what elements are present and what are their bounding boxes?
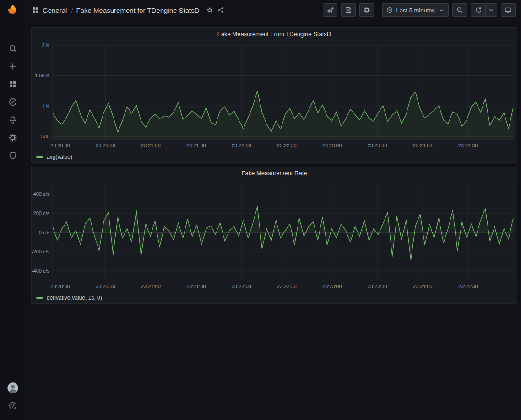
svg-text:-400 c/s: -400 c/s bbox=[32, 268, 49, 274]
svg-text:1.50 K: 1.50 K bbox=[35, 73, 49, 78]
legend-swatch bbox=[36, 297, 43, 299]
shield-icon bbox=[8, 151, 17, 160]
sidebar-item-explore[interactable] bbox=[0, 93, 25, 111]
kiosk-mode-button[interactable] bbox=[501, 3, 516, 17]
grafana-logo[interactable] bbox=[0, 0, 25, 20]
svg-text:23:22:30: 23:22:30 bbox=[277, 143, 297, 148]
legend-swatch bbox=[36, 156, 43, 158]
dashboards-folder-button[interactable] bbox=[30, 4, 42, 16]
plus-icon bbox=[8, 62, 17, 71]
sidebar-bottom bbox=[0, 379, 25, 420]
time-range-label: Last 5 minutes bbox=[396, 7, 435, 14]
dashboard-navbar: General / Fake Measurement for TDengine … bbox=[25, 0, 521, 20]
time-series-chart[interactable]: 23:20:0023:20:3023:21:0023:21:3023:22:00… bbox=[32, 180, 517, 292]
svg-text:1 K: 1 K bbox=[42, 103, 49, 109]
svg-text:23:23:00: 23:23:00 bbox=[322, 143, 342, 148]
add-panel-icon bbox=[326, 6, 334, 14]
refresh-button[interactable] bbox=[471, 3, 485, 17]
legend-label[interactable]: avg(value) bbox=[47, 154, 72, 160]
navbar-actions: Last 5 minutes bbox=[323, 3, 516, 17]
panel-fake-measurement-rate: Fake Measurement Rate 23:20:0023:20:3023… bbox=[31, 167, 517, 304]
panel-fake-measurement: Fake Measurement From TDengine StatsD 23… bbox=[31, 27, 517, 163]
question-circle-icon bbox=[8, 401, 17, 410]
sidebar-item-profile[interactable] bbox=[0, 379, 25, 397]
monitor-icon bbox=[505, 6, 512, 14]
star-icon bbox=[206, 6, 213, 14]
legend: avg(value) bbox=[32, 151, 517, 162]
chart-svg: 23:20:0023:20:3023:21:0023:21:3023:22:00… bbox=[32, 180, 517, 292]
time-series-chart[interactable]: 23:20:0023:20:3023:21:0023:21:3023:22:00… bbox=[32, 41, 517, 151]
svg-text:400 c/s: 400 c/s bbox=[33, 191, 50, 197]
grafana-app: General / Fake Measurement for TDengine … bbox=[0, 0, 521, 420]
sidebar-item-search[interactable] bbox=[0, 39, 25, 57]
sidebar-item-configuration[interactable] bbox=[0, 129, 25, 146]
svg-text:23:20:00: 23:20:00 bbox=[50, 284, 70, 289]
dashboards-grid-icon bbox=[32, 6, 40, 14]
page-title: Fake Measurement for TDengine StatsD bbox=[76, 6, 200, 14]
panel-title[interactable]: Fake Measurement Rate bbox=[32, 167, 517, 180]
sidebar-item-server-admin[interactable] bbox=[0, 146, 25, 164]
dashboard-settings-button[interactable] bbox=[359, 3, 374, 17]
dashboard-content: Fake Measurement From TDengine StatsD 23… bbox=[25, 20, 521, 420]
svg-text:2 K: 2 K bbox=[42, 43, 49, 48]
svg-text:500: 500 bbox=[41, 134, 49, 139]
sidebar-item-help[interactable] bbox=[0, 397, 25, 415]
svg-text:23:22:30: 23:22:30 bbox=[277, 284, 297, 289]
search-icon bbox=[8, 44, 17, 53]
svg-text:200 c/s: 200 c/s bbox=[33, 210, 50, 216]
gear-icon bbox=[363, 6, 370, 14]
chart-svg: 23:20:0023:20:3023:21:0023:21:3023:22:00… bbox=[32, 41, 517, 151]
svg-text:23:24:30: 23:24:30 bbox=[458, 284, 478, 289]
legend: derivative(value, 1s, 0) bbox=[32, 292, 517, 303]
refresh-button-group bbox=[471, 3, 497, 17]
svg-text:23:20:30: 23:20:30 bbox=[96, 284, 115, 289]
refresh-icon bbox=[475, 6, 482, 14]
svg-text:23:24:30: 23:24:30 bbox=[458, 143, 478, 148]
sidebar-item-create[interactable] bbox=[0, 57, 25, 75]
svg-text:23:23:00: 23:23:00 bbox=[322, 284, 342, 289]
user-avatar-icon bbox=[6, 382, 19, 394]
chevron-down-icon bbox=[488, 6, 495, 14]
clock-icon bbox=[386, 6, 393, 14]
legend-label[interactable]: derivative(value, 1s, 0) bbox=[47, 295, 102, 301]
svg-text:23:24:00: 23:24:00 bbox=[413, 284, 433, 289]
bell-icon bbox=[8, 115, 17, 124]
save-icon bbox=[345, 6, 352, 14]
zoom-out-icon bbox=[456, 6, 463, 14]
svg-text:23:22:00: 23:22:00 bbox=[232, 284, 251, 289]
add-panel-button[interactable] bbox=[323, 3, 337, 17]
svg-text:23:21:00: 23:21:00 bbox=[141, 143, 161, 148]
sidebar bbox=[0, 0, 25, 420]
breadcrumb-separator: / bbox=[71, 6, 73, 14]
panel-title[interactable]: Fake Measurement From TDengine StatsD bbox=[32, 28, 517, 41]
gear-icon bbox=[8, 133, 17, 142]
svg-text:-200 c/s: -200 c/s bbox=[32, 249, 49, 254]
svg-text:23:21:00: 23:21:00 bbox=[141, 284, 161, 289]
time-picker-button[interactable]: Last 5 minutes bbox=[382, 3, 449, 17]
chevron-down-icon bbox=[438, 6, 445, 14]
svg-text:23:24:00: 23:24:00 bbox=[413, 143, 433, 148]
refresh-interval-button[interactable] bbox=[485, 3, 497, 17]
svg-text:23:21:30: 23:21:30 bbox=[186, 284, 206, 289]
sidebar-item-alerting[interactable] bbox=[0, 111, 25, 129]
share-icon bbox=[217, 6, 224, 14]
sidebar-item-dashboards[interactable] bbox=[0, 75, 25, 93]
grafana-logo-icon bbox=[6, 4, 19, 16]
save-dashboard-button[interactable] bbox=[341, 3, 356, 17]
compass-icon bbox=[8, 97, 17, 107]
star-dashboard-button[interactable] bbox=[204, 5, 215, 16]
svg-text:23:23:30: 23:23:30 bbox=[368, 143, 387, 148]
dashboards-grid-icon bbox=[8, 80, 17, 89]
share-dashboard-button[interactable] bbox=[215, 5, 226, 16]
svg-text:23:20:30: 23:20:30 bbox=[96, 143, 115, 148]
svg-text:0 c/s: 0 c/s bbox=[39, 230, 50, 235]
svg-text:23:21:30: 23:21:30 bbox=[186, 143, 206, 148]
sidebar-menu bbox=[0, 39, 25, 164]
breadcrumb-section[interactable]: General bbox=[42, 6, 68, 14]
svg-text:23:22:00: 23:22:00 bbox=[232, 143, 251, 148]
svg-text:23:23:30: 23:23:30 bbox=[368, 284, 387, 289]
svg-text:23:20:00: 23:20:00 bbox=[50, 143, 70, 148]
main-area: General / Fake Measurement for TDengine … bbox=[25, 0, 521, 420]
zoom-out-button[interactable] bbox=[452, 3, 467, 17]
